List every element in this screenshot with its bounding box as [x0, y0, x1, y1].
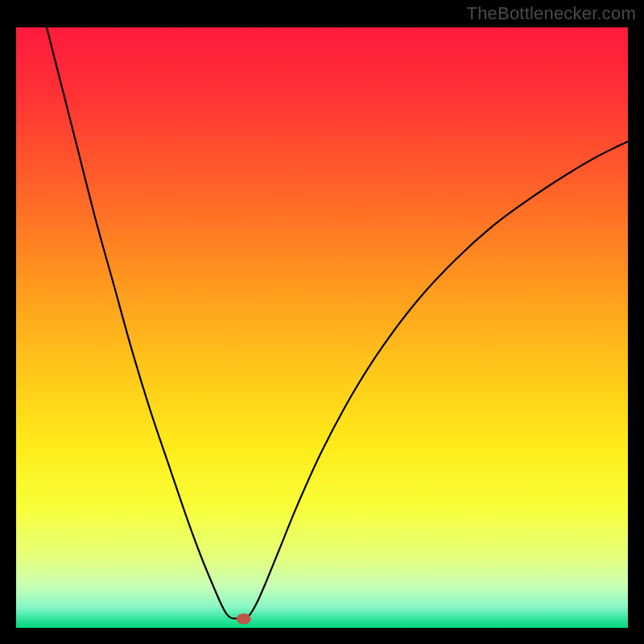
watermark-text: TheBottleneсker.com [467, 3, 636, 24]
chart-background [16, 27, 628, 628]
bottleneck-chart [16, 27, 628, 628]
chart-frame: TheBottleneсker.com [0, 0, 644, 644]
optimal-point-marker [237, 613, 251, 624]
